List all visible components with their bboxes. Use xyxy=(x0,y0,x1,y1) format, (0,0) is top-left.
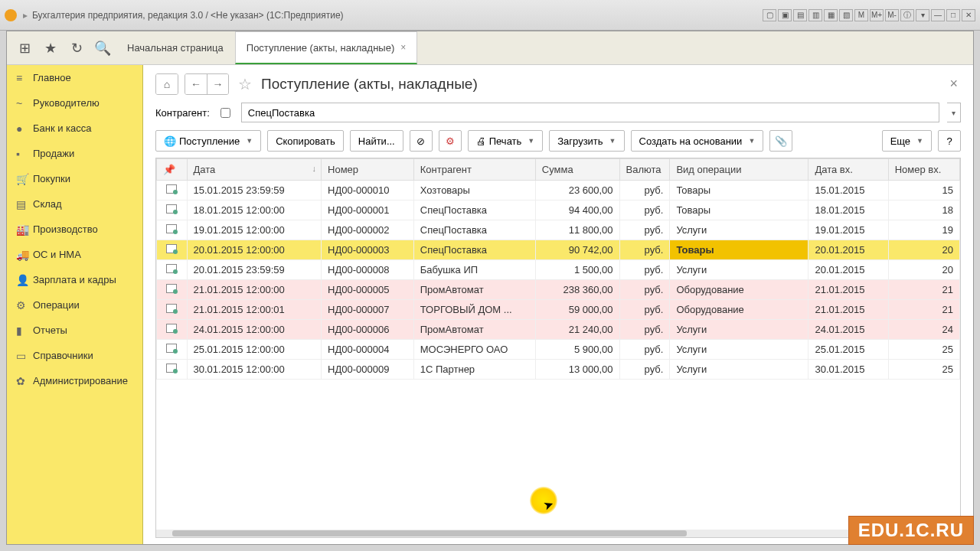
table-cell: Бабушка ИП xyxy=(413,260,535,280)
attachment-button[interactable]: 📎 xyxy=(769,130,792,152)
favorite-icon[interactable]: ☆ xyxy=(238,75,252,93)
table-row[interactable]: 20.01.2015 12:00:00НД00-000003СпецПостав… xyxy=(157,240,960,260)
print-button[interactable]: 🖨 Печать ▼ xyxy=(468,130,544,152)
sidebar-item[interactable]: ▮Отчеты xyxy=(7,318,142,343)
table-cell: 30.01.2015 12:00:00 xyxy=(187,360,322,380)
sidebar-item[interactable]: ≡Главное xyxy=(7,65,142,90)
column-header[interactable]: Вид операции xyxy=(670,159,808,181)
table-row[interactable]: 24.01.2015 12:00:00НД00-000006ПромАвтома… xyxy=(157,320,960,340)
table-row[interactable]: 25.01.2015 12:00:00НД00-000004МОСЭНЕРГО … xyxy=(157,340,960,360)
history-icon[interactable]: ↻ xyxy=(64,31,90,64)
sys-btn[interactable]: ▧ xyxy=(839,9,853,21)
table-cell: ПромАвтомат xyxy=(413,320,535,340)
table-cell: 1С Партнер xyxy=(413,360,535,380)
copy-button[interactable]: Скопировать xyxy=(267,130,344,152)
info-icon[interactable]: ⓘ xyxy=(900,9,914,21)
table-cell xyxy=(157,320,188,340)
watermark: EDU.1C.RU xyxy=(848,516,974,545)
column-header[interactable]: Сумма xyxy=(535,159,619,181)
close-page-icon[interactable]: × xyxy=(946,73,961,95)
sys-btn[interactable]: ▣ xyxy=(778,9,792,21)
star-icon[interactable]: ★ xyxy=(38,31,64,64)
table-cell: Оборудование xyxy=(670,280,808,300)
sys-btn[interactable]: ▢ xyxy=(763,9,776,21)
more-button[interactable]: Еще ▼ xyxy=(882,130,932,152)
table-cell: 19.01.2015 xyxy=(808,220,888,240)
horizontal-scrollbar[interactable] xyxy=(156,530,960,537)
sidebar-item[interactable]: ▭Справочники xyxy=(7,343,142,368)
table-cell: 59 000,00 xyxy=(535,300,619,320)
sidebar-label: Администрирование xyxy=(33,375,128,386)
sort-icon: ↓ xyxy=(312,164,317,173)
tab-label: Поступление (акты, накладные) xyxy=(247,42,394,54)
column-header[interactable]: Дата↓ xyxy=(187,159,322,181)
table-row[interactable]: 15.01.2015 23:59:59НД00-000010Хозтовары2… xyxy=(157,181,960,201)
table-cell: 24.01.2015 xyxy=(808,320,888,340)
column-header[interactable]: Номер xyxy=(322,159,414,181)
sidebar-item[interactable]: ~Руководителю xyxy=(7,90,142,116)
table-cell: 5 900,00 xyxy=(535,340,619,360)
home-icon[interactable]: ⌂ xyxy=(156,74,178,94)
table-cell: НД00-000005 xyxy=(322,280,414,300)
sidebar-item[interactable]: 🛒Покупки xyxy=(7,166,142,191)
help-button[interactable]: ? xyxy=(938,130,961,152)
column-header[interactable]: Валюта xyxy=(619,159,670,181)
sys-btn[interactable]: M+ xyxy=(870,9,884,21)
sidebar-item[interactable]: ▪Продажи xyxy=(7,141,142,166)
sys-btn[interactable]: ▤ xyxy=(793,9,807,21)
sidebar-item[interactable]: ✿Администрирование xyxy=(7,368,142,393)
table-row[interactable]: 30.01.2015 12:00:00НД00-0000091С Партнер… xyxy=(157,360,960,380)
tab[interactable]: Начальная страница xyxy=(116,31,235,64)
column-header[interactable]: 📌 xyxy=(157,159,188,181)
table-row[interactable]: 21.01.2015 12:00:01НД00-000007ТОРГОВЫЙ Д… xyxy=(157,300,960,320)
table-row[interactable]: 18.01.2015 12:00:00НД00-000001СпецПостав… xyxy=(157,201,960,220)
scrollbar-thumb[interactable] xyxy=(172,530,687,536)
table-row[interactable]: 20.01.2015 23:59:59НД00-000008Бабушка ИП… xyxy=(157,260,960,280)
table-cell: 15.01.2015 xyxy=(808,181,888,201)
maximize-icon[interactable]: □ xyxy=(946,9,960,21)
close-icon[interactable]: ✕ xyxy=(962,9,975,21)
minimize-icon[interactable]: — xyxy=(931,9,945,21)
tab[interactable]: Поступление (акты, накладные)× xyxy=(235,31,417,64)
sidebar-icon: 🚚 xyxy=(16,249,33,261)
sidebar-item[interactable]: ⚙Операции xyxy=(7,292,142,318)
back-icon[interactable]: ← xyxy=(185,74,207,94)
sidebar-item[interactable]: ●Банк и касса xyxy=(7,116,142,141)
table-row[interactable]: 21.01.2015 12:00:00НД00-000005ПромАвтома… xyxy=(157,280,960,300)
sys-btn[interactable]: ▦ xyxy=(824,9,838,21)
find-button[interactable]: Найти... xyxy=(350,130,403,152)
table-cell: 238 360,00 xyxy=(535,280,619,300)
filter-dropdown-icon[interactable]: ▾ xyxy=(947,103,961,122)
apps-icon[interactable]: ⊞ xyxy=(11,31,38,64)
column-header[interactable]: Контрагент xyxy=(413,159,535,181)
settings-button[interactable]: ⚙ xyxy=(439,130,462,152)
sidebar-item[interactable]: 🏭Производство xyxy=(7,217,142,242)
sidebar-icon: 🛒 xyxy=(16,173,33,185)
table-cell: 19 xyxy=(888,220,959,240)
table-cell: Товары xyxy=(670,240,808,260)
tab-close-icon[interactable]: × xyxy=(400,42,406,53)
create-based-button[interactable]: Создать на основании ▼ xyxy=(631,130,764,152)
column-header[interactable]: Номер вх. xyxy=(888,159,959,181)
table-row[interactable]: 19.01.2015 12:00:00НД00-000002СпецПостав… xyxy=(157,220,960,240)
forward-icon[interactable]: → xyxy=(207,74,228,94)
sys-btn[interactable]: ▥ xyxy=(808,9,822,21)
column-header[interactable]: Дата вх. xyxy=(808,159,888,181)
sidebar-item[interactable]: 👤Зарплата и кадры xyxy=(7,267,142,292)
dropdown-icon[interactable]: ▾ xyxy=(916,9,929,21)
filter-checkbox[interactable] xyxy=(220,108,230,118)
table-cell: НД00-000002 xyxy=(322,220,414,240)
table-cell: руб. xyxy=(619,320,670,340)
sys-btn[interactable]: M xyxy=(854,9,868,21)
clear-filter-button[interactable]: ⊘ xyxy=(410,130,433,152)
document-icon xyxy=(166,184,177,194)
receipt-button[interactable]: 🌐 Поступление ▼ xyxy=(155,130,261,152)
sidebar-item[interactable]: 🚚ОС и НМА xyxy=(7,242,142,267)
sys-btn[interactable]: M- xyxy=(885,9,899,21)
sidebar-item[interactable]: ▤Склад xyxy=(7,191,142,217)
table-cell: 21.01.2015 xyxy=(808,300,888,320)
search-icon[interactable]: 🔍 xyxy=(90,31,116,64)
load-button[interactable]: Загрузить ▼ xyxy=(549,130,624,152)
filter-input[interactable] xyxy=(241,103,939,122)
sidebar-label: Справочники xyxy=(33,350,93,361)
